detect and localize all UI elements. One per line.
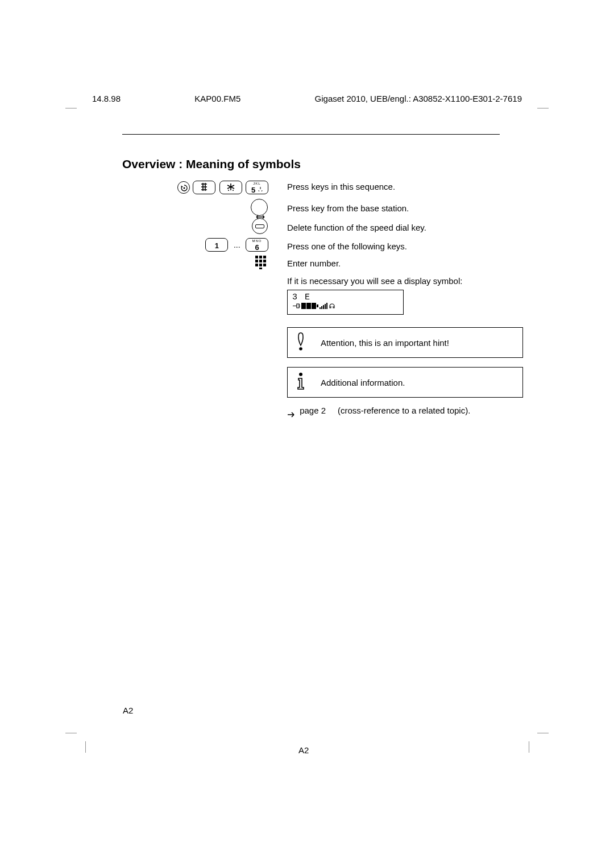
svg-point-13: [299, 347, 302, 350]
desc-speed-dial: Delete function of the speed dial key.: [287, 218, 526, 233]
speed-dial-icon: [252, 218, 268, 234]
exclamation-icon: [296, 332, 306, 354]
svg-point-1: [228, 190, 229, 191]
attention-note-text: Attention, this is an important hint!: [321, 337, 449, 349]
lcd-display-icon: 3 E: [287, 290, 404, 315]
crop-mark: [65, 733, 77, 733]
svg-rect-3: [255, 256, 258, 258]
attention-note-box: Attention, this is an important hint!: [287, 327, 523, 358]
key-letters: JKL: [250, 182, 264, 185]
svg-point-0: [183, 187, 185, 189]
desc-enter-number: Enter number.: [287, 256, 526, 269]
page-number-center: A2: [298, 745, 309, 755]
rule: [122, 134, 500, 135]
svg-rect-11: [263, 264, 266, 266]
keypad-icon: [255, 256, 267, 269]
digit-5-key-icon: JKL 5: [246, 181, 268, 194]
display-line1: 3 E: [292, 293, 399, 302]
svg-rect-9: [255, 264, 258, 266]
crop-mark: [537, 108, 549, 108]
info-note-box: Additional information.: [287, 367, 523, 398]
svg-rect-6: [255, 260, 258, 262]
svg-rect-8: [263, 260, 266, 262]
crop-mark: [537, 733, 549, 733]
symbol-base-key: [122, 199, 269, 218]
symbol-speed-dial: [122, 218, 269, 236]
svg-point-2: [233, 190, 234, 191]
page-number: A2: [123, 706, 133, 715]
digit-6-key-icon: MNO 6: [246, 238, 268, 252]
signal-icon: [320, 303, 327, 309]
symbol-keypad: [122, 256, 269, 269]
hash-key-icon: [193, 181, 215, 194]
key-digit: 6: [255, 243, 259, 252]
crossref-line: page 2 (cross-reference to a related top…: [287, 404, 526, 416]
header-file: KAP00.FM5: [194, 94, 240, 103]
svg-rect-12: [259, 268, 262, 269]
svg-rect-4: [259, 256, 262, 258]
symbol-key-sequence: JKL 5: [122, 181, 269, 194]
info-icon: [296, 372, 306, 394]
crop-mark: [529, 741, 529, 753]
crossref-page: page 2: [300, 406, 326, 415]
symbol-one-of-keys: 1 ... MNO 6: [122, 238, 269, 252]
svg-rect-7: [259, 260, 262, 262]
desc-display-intro: If it is necessary you will see a displa…: [287, 275, 526, 287]
crop-mark: [85, 741, 86, 753]
plug-icon: [292, 303, 300, 309]
key-digit: 1: [215, 241, 219, 250]
crop-mark: [65, 108, 77, 108]
info-note-text: Additional information.: [321, 377, 405, 389]
svg-point-14: [299, 373, 302, 376]
key-digit: 5: [251, 186, 255, 194]
header-date: 14.8.98: [92, 94, 121, 103]
base-key-icon: [251, 199, 268, 216]
arrow-right-icon: [287, 408, 295, 414]
key-letters: MNO: [250, 240, 264, 243]
svg-rect-5: [263, 256, 266, 258]
header-doc-id: Gigaset 2010, UEB/engl.: A30852-X1100-E3…: [315, 94, 522, 103]
desc-one-of-keys: Press one of the following keys.: [287, 238, 526, 252]
star-key-icon: [219, 181, 242, 194]
desc-base-key: Press key from the base station.: [287, 199, 526, 214]
running-header: 14.8.98 KAP00.FM5 Gigaset 2010, UEB/engl…: [92, 94, 522, 103]
display-line2: [292, 302, 399, 309]
heading-section: Overview : Meaning of symbols: [122, 134, 500, 171]
display-symbol: 3 E: [287, 290, 526, 315]
desc-key-sequence: Press keys in this sequence.: [287, 181, 526, 193]
digit-1-key-icon: 1: [205, 238, 228, 252]
recall-key-icon: [177, 181, 190, 194]
svg-rect-10: [259, 264, 262, 266]
ellipsis: ...: [234, 240, 240, 249]
headset-icon: [329, 302, 335, 309]
battery-icon: [301, 303, 318, 309]
page-heading: Overview : Meaning of symbols: [122, 157, 500, 171]
crossref-text: (cross-reference to a related topic).: [338, 406, 470, 415]
